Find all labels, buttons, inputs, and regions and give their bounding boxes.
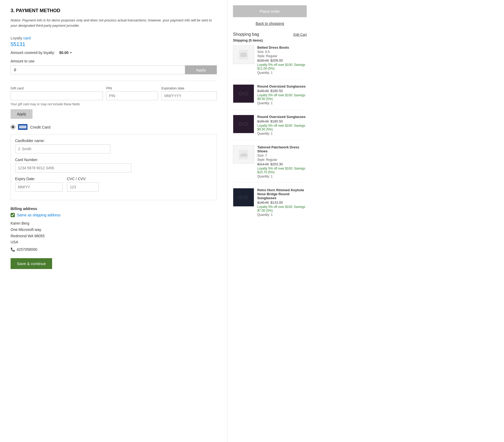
cart-item-5-details: Retro Horn Rimmed Keyhole Nose Bridge Ro… — [257, 188, 307, 217]
cart-item-1-prices: $220.00 $209.00 — [257, 58, 307, 62]
cart-item-1-details: Belted Dress Boots Size: 6.5 Style: Regu… — [257, 45, 307, 75]
gift-pin-input[interactable] — [106, 91, 158, 100]
cart-item-4-name: Tailored Patchwork Dress Shoes — [257, 145, 307, 153]
cart-item-1-image — [233, 45, 254, 64]
billing-title: Billing address — [11, 207, 217, 211]
cart-item-4-details: Tailored Patchwork Dress Shoes Size: 7 S… — [257, 145, 307, 178]
billing-section: Billing address Same as shipping address… — [11, 207, 217, 253]
cart-item-5-image — [233, 188, 254, 207]
cvc-input[interactable] — [67, 183, 99, 192]
amount-input[interactable] — [11, 65, 185, 74]
gift-card-label: Gift card — [11, 86, 103, 90]
gift-card-row: Gift card PIN Expiration date — [11, 86, 217, 100]
cart-item-1-style: Style: Regular — [257, 54, 307, 58]
edit-cart-link[interactable]: Edit Cart — [293, 33, 307, 37]
phone-icon: 📞 — [11, 247, 15, 253]
gift-card-section: Gift card PIN Expiration date Your gift … — [11, 86, 217, 119]
back-to-shopping: Back to shopping — [233, 21, 307, 26]
expiry-group: Expiry Date: — [15, 177, 63, 192]
cart-item-5-sale-price: $133.00 — [270, 201, 283, 204]
svg-point-6 — [239, 122, 243, 126]
gift-expiry-input[interactable] — [161, 91, 217, 100]
cart-item-4-original-price: $214.00 — [257, 162, 269, 166]
cart-item-3-image — [233, 115, 254, 133]
svg-point-11 — [239, 196, 243, 199]
amount-row: Apply — [11, 65, 217, 74]
billing-name: Karen Berg — [11, 220, 217, 227]
shipping-label: Shipping (5 items) — [233, 38, 307, 42]
cart-item-4: Tailored Patchwork Dress Shoes Size: 7 S… — [233, 145, 307, 183]
cart-item-4-loyalty: Loyalty 5% off over $100: Savings $10.70… — [257, 167, 307, 174]
cart-item-4-sale-price: $203.30 — [270, 162, 283, 166]
cart-item-5-prices: $140.00 $133.00 — [257, 201, 307, 204]
gift-pin-field: PIN — [106, 86, 158, 100]
cart-item-4-prices: $214.00 $203.30 — [257, 162, 307, 166]
cart-item-5-original-price: $140.00 — [257, 201, 269, 204]
svg-point-2 — [239, 92, 243, 95]
cart-item-1-original-price: $220.00 — [257, 59, 269, 62]
chevron-down-icon[interactable]: ▾ — [70, 51, 72, 54]
card-number-input[interactable] — [15, 163, 131, 172]
cart-item-4-size: Size: 7 — [257, 154, 307, 157]
expiry-label: Expiry Date: — [15, 177, 63, 181]
card-bottom-row: Expiry Date: CVC / CVV: — [15, 177, 212, 196]
loyalty-apply-button[interactable]: Apply — [185, 65, 217, 74]
place-order-button[interactable]: Place order — [233, 5, 307, 17]
gift-card-field: Gift card — [11, 86, 103, 100]
save-continue-button[interactable]: Save & continue — [11, 258, 52, 269]
gift-pin-label: PIN — [106, 86, 158, 90]
loyalty-card-highlight: card — [23, 36, 30, 40]
cart-item-2-quantity: Quantity: 1 — [257, 101, 307, 105]
amount-covered: Amount covered by loyalty: $0.00 ▾ — [11, 51, 217, 55]
cart-item-3-name: Round Oversized Sunglasses — [257, 115, 307, 119]
same-as-shipping-label: Same as shipping address — [17, 213, 61, 217]
cardholder-input[interactable] — [15, 144, 110, 153]
cart-item-1-name: Belted Dress Boots — [257, 45, 307, 49]
svg-point-12 — [244, 196, 248, 199]
cart-item-5-name: Retro Horn Rimmed Keyhole Nose Bridge Ro… — [257, 188, 307, 200]
gift-card-input[interactable] — [11, 91, 103, 100]
cardholder-group: Cardholder name: — [15, 139, 212, 153]
svg-point-7 — [244, 122, 248, 126]
cvc-group: CVC / CVV: — [67, 177, 99, 192]
expiry-input[interactable] — [15, 183, 63, 192]
credit-card-icon — [18, 124, 28, 130]
cart-item-5-loyalty: Loyalty 5% off over $100: Savings $7.00 … — [257, 205, 307, 212]
cart-item-3-details: Round Oversized Sunglasses $190.00 $180.… — [257, 115, 307, 135]
loyalty-label: Loyalty card — [11, 36, 217, 40]
cardholder-label: Cardholder name: — [15, 139, 212, 143]
credit-card-option: Credit Card — [11, 124, 217, 130]
same-as-shipping-checkbox[interactable] — [11, 213, 15, 217]
credit-card-label: Credit Card — [30, 125, 51, 129]
gift-card-apply-button[interactable]: Apply — [11, 109, 33, 119]
cart-item-2-loyalty: Loyalty 5% off over $100: Savings $9.50 … — [257, 93, 307, 101]
back-to-shopping-link[interactable]: Back to shopping — [256, 21, 284, 26]
cart-item-4-image — [233, 145, 254, 164]
cart-item-5: Retro Horn Rimmed Keyhole Nose Bridge Ro… — [233, 188, 307, 221]
shopping-bag-title: Shopping bag — [233, 32, 259, 37]
cart-item-3-original-price: $190.00 — [257, 120, 269, 123]
divider-1 — [11, 81, 217, 81]
billing-address: Karen Berg One Microsoft way Redmond WA … — [11, 220, 217, 253]
cart-item-2-details: Round Oversized Sunglasses $190.00 $180.… — [257, 84, 307, 105]
card-number-group: Card Number: — [15, 158, 212, 172]
credit-card-radio[interactable] — [11, 125, 15, 129]
cart-item-2-original-price: $190.00 — [257, 89, 269, 93]
cart-item-4-style: Style: Regular — [257, 158, 307, 162]
gift-expiry-field: Expiration date — [161, 86, 217, 100]
billing-phone-row: 📞 4257058000 — [11, 247, 217, 253]
notice-text: Notice: Payment info is for demo purpose… — [11, 18, 217, 28]
sidebar: Place order Back to shopping Shopping ba… — [227, 0, 312, 442]
billing-phone: 4257058000 — [17, 247, 37, 253]
loyalty-section: Loyalty card 55131 Amount covered by loy… — [11, 36, 217, 74]
gift-expiry-label: Expiration date — [161, 86, 217, 90]
billing-country: USA — [11, 239, 217, 245]
amount-use-label: Amount to use — [11, 59, 217, 63]
cart-item-2: Round Oversized Sunglasses $190.00 $180.… — [233, 84, 307, 110]
cart-item-5-quantity: Quantity: 1 — [257, 213, 307, 217]
cart-item-1-size: Size: 6.5 — [257, 50, 307, 54]
cart-item-2-name: Round Oversized Sunglasses — [257, 84, 307, 88]
cart-item-1-sale-price: $209.00 — [270, 58, 283, 62]
credit-card-form: Cardholder name: Card Number: Expiry Dat… — [11, 134, 217, 200]
cart-item-1-quantity: Quantity: 1 — [257, 71, 307, 75]
